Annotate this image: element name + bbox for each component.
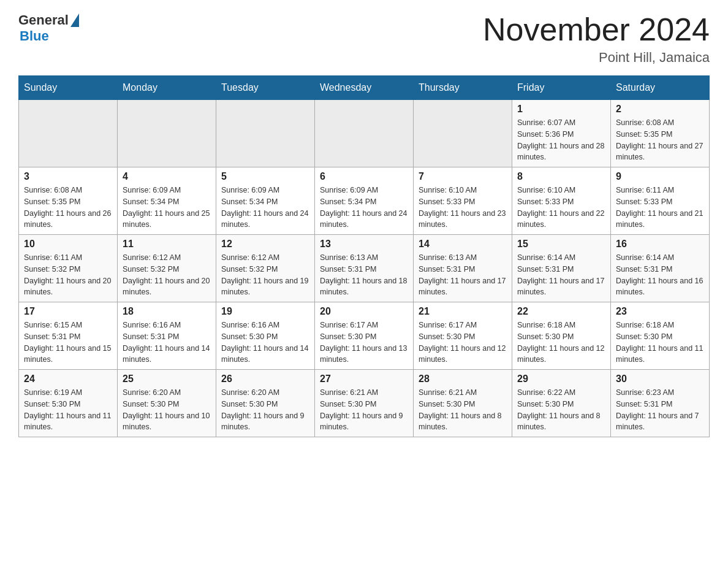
- day-number: 5: [221, 171, 309, 182]
- calendar-week-row: 1Sunrise: 6:07 AM Sunset: 5:36 PM Daylig…: [19, 100, 710, 167]
- day-info: Sunrise: 6:20 AM Sunset: 5:30 PM Dayligh…: [221, 387, 309, 433]
- calendar-day-cell: 2Sunrise: 6:08 AM Sunset: 5:35 PM Daylig…: [611, 100, 710, 167]
- day-info: Sunrise: 6:19 AM Sunset: 5:30 PM Dayligh…: [24, 387, 112, 433]
- calendar-header-row: SundayMondayTuesdayWednesdayThursdayFrid…: [19, 76, 710, 100]
- day-number: 7: [419, 171, 507, 182]
- day-of-week-header: Monday: [118, 76, 216, 100]
- calendar-day-cell: 28Sunrise: 6:21 AM Sunset: 5:30 PM Dayli…: [414, 370, 512, 437]
- calendar-day-cell: 17Sunrise: 6:15 AM Sunset: 5:31 PM Dayli…: [19, 302, 118, 370]
- day-info: Sunrise: 6:07 AM Sunset: 5:36 PM Dayligh…: [517, 117, 605, 163]
- calendar-week-row: 17Sunrise: 6:15 AM Sunset: 5:31 PM Dayli…: [19, 302, 710, 370]
- title-block: November 2024 Point Hill, Jamaica: [483, 12, 710, 66]
- logo-blue-text: Blue: [20, 28, 49, 44]
- day-number: 26: [221, 373, 309, 385]
- calendar-day-cell: 6Sunrise: 6:09 AM Sunset: 5:34 PM Daylig…: [315, 167, 414, 235]
- day-number: 2: [616, 104, 704, 115]
- logo-triangle-icon: [70, 13, 79, 27]
- day-info: Sunrise: 6:17 AM Sunset: 5:30 PM Dayligh…: [419, 320, 507, 366]
- calendar-table: SundayMondayTuesdayWednesdayThursdayFrid…: [18, 75, 710, 437]
- day-number: 12: [221, 239, 309, 250]
- calendar-day-cell: [118, 100, 216, 167]
- day-info: Sunrise: 6:09 AM Sunset: 5:34 PM Dayligh…: [221, 185, 309, 231]
- day-info: Sunrise: 6:23 AM Sunset: 5:31 PM Dayligh…: [616, 387, 704, 433]
- calendar-day-cell: 12Sunrise: 6:12 AM Sunset: 5:32 PM Dayli…: [216, 235, 315, 302]
- calendar-day-cell: 16Sunrise: 6:14 AM Sunset: 5:31 PM Dayli…: [611, 235, 710, 302]
- day-info: Sunrise: 6:08 AM Sunset: 5:35 PM Dayligh…: [616, 117, 704, 163]
- day-number: 20: [320, 306, 408, 317]
- day-info: Sunrise: 6:11 AM Sunset: 5:33 PM Dayligh…: [616, 185, 704, 231]
- calendar-day-cell: 25Sunrise: 6:20 AM Sunset: 5:30 PM Dayli…: [118, 370, 216, 437]
- day-number: 1: [517, 104, 605, 115]
- day-number: 27: [320, 373, 408, 385]
- page-header: General Blue November 2024 Point Hill, J…: [18, 12, 710, 66]
- calendar-subtitle: Point Hill, Jamaica: [483, 50, 710, 66]
- day-number: 19: [221, 306, 309, 317]
- calendar-day-cell: [315, 100, 414, 167]
- day-number: 25: [123, 373, 211, 385]
- day-info: Sunrise: 6:10 AM Sunset: 5:33 PM Dayligh…: [419, 185, 507, 231]
- calendar-day-cell: 18Sunrise: 6:16 AM Sunset: 5:31 PM Dayli…: [118, 302, 216, 370]
- calendar-day-cell: 8Sunrise: 6:10 AM Sunset: 5:33 PM Daylig…: [512, 167, 611, 235]
- calendar-day-cell: 29Sunrise: 6:22 AM Sunset: 5:30 PM Dayli…: [512, 370, 611, 437]
- day-info: Sunrise: 6:12 AM Sunset: 5:32 PM Dayligh…: [221, 252, 309, 298]
- calendar-day-cell: 22Sunrise: 6:18 AM Sunset: 5:30 PM Dayli…: [512, 302, 611, 370]
- calendar-day-cell: [19, 100, 118, 167]
- day-number: 10: [24, 239, 112, 250]
- day-number: 18: [123, 306, 211, 317]
- day-info: Sunrise: 6:17 AM Sunset: 5:30 PM Dayligh…: [320, 320, 408, 366]
- calendar-week-row: 24Sunrise: 6:19 AM Sunset: 5:30 PM Dayli…: [19, 370, 710, 437]
- day-info: Sunrise: 6:22 AM Sunset: 5:30 PM Dayligh…: [517, 387, 605, 433]
- day-number: 24: [24, 373, 112, 385]
- day-number: 22: [517, 306, 605, 317]
- day-of-week-header: Thursday: [414, 76, 512, 100]
- day-number: 13: [320, 239, 408, 250]
- day-number: 14: [419, 239, 507, 250]
- calendar-day-cell: 1Sunrise: 6:07 AM Sunset: 5:36 PM Daylig…: [512, 100, 611, 167]
- day-info: Sunrise: 6:09 AM Sunset: 5:34 PM Dayligh…: [320, 185, 408, 231]
- calendar-day-cell: [414, 100, 512, 167]
- day-info: Sunrise: 6:09 AM Sunset: 5:34 PM Dayligh…: [123, 185, 211, 231]
- calendar-day-cell: 3Sunrise: 6:08 AM Sunset: 5:35 PM Daylig…: [19, 167, 118, 235]
- day-number: 11: [123, 239, 211, 250]
- calendar-day-cell: 13Sunrise: 6:13 AM Sunset: 5:31 PM Dayli…: [315, 235, 414, 302]
- calendar-day-cell: [216, 100, 315, 167]
- day-of-week-header: Saturday: [611, 76, 710, 100]
- calendar-title: November 2024: [483, 12, 710, 47]
- calendar-day-cell: 14Sunrise: 6:13 AM Sunset: 5:31 PM Dayli…: [414, 235, 512, 302]
- day-of-week-header: Wednesday: [315, 76, 414, 100]
- calendar-day-cell: 20Sunrise: 6:17 AM Sunset: 5:30 PM Dayli…: [315, 302, 414, 370]
- day-info: Sunrise: 6:14 AM Sunset: 5:31 PM Dayligh…: [517, 252, 605, 298]
- day-number: 29: [517, 373, 605, 385]
- calendar-day-cell: 7Sunrise: 6:10 AM Sunset: 5:33 PM Daylig…: [414, 167, 512, 235]
- calendar-day-cell: 15Sunrise: 6:14 AM Sunset: 5:31 PM Dayli…: [512, 235, 611, 302]
- day-info: Sunrise: 6:16 AM Sunset: 5:30 PM Dayligh…: [221, 320, 309, 366]
- day-number: 23: [616, 306, 704, 317]
- day-info: Sunrise: 6:11 AM Sunset: 5:32 PM Dayligh…: [24, 252, 112, 298]
- day-of-week-header: Friday: [512, 76, 611, 100]
- day-number: 30: [616, 373, 704, 385]
- logo-general-text: General: [18, 12, 69, 28]
- calendar-day-cell: 5Sunrise: 6:09 AM Sunset: 5:34 PM Daylig…: [216, 167, 315, 235]
- calendar-day-cell: 23Sunrise: 6:18 AM Sunset: 5:30 PM Dayli…: [611, 302, 710, 370]
- calendar-day-cell: 4Sunrise: 6:09 AM Sunset: 5:34 PM Daylig…: [118, 167, 216, 235]
- day-of-week-header: Sunday: [19, 76, 118, 100]
- calendar-day-cell: 10Sunrise: 6:11 AM Sunset: 5:32 PM Dayli…: [19, 235, 118, 302]
- calendar-day-cell: 19Sunrise: 6:16 AM Sunset: 5:30 PM Dayli…: [216, 302, 315, 370]
- calendar-day-cell: 24Sunrise: 6:19 AM Sunset: 5:30 PM Dayli…: [19, 370, 118, 437]
- day-of-week-header: Tuesday: [216, 76, 315, 100]
- day-info: Sunrise: 6:21 AM Sunset: 5:30 PM Dayligh…: [320, 387, 408, 433]
- calendar-day-cell: 21Sunrise: 6:17 AM Sunset: 5:30 PM Dayli…: [414, 302, 512, 370]
- day-info: Sunrise: 6:14 AM Sunset: 5:31 PM Dayligh…: [616, 252, 704, 298]
- day-number: 15: [517, 239, 605, 250]
- calendar-day-cell: 30Sunrise: 6:23 AM Sunset: 5:31 PM Dayli…: [611, 370, 710, 437]
- day-info: Sunrise: 6:15 AM Sunset: 5:31 PM Dayligh…: [24, 320, 112, 366]
- calendar-day-cell: 26Sunrise: 6:20 AM Sunset: 5:30 PM Dayli…: [216, 370, 315, 437]
- calendar-week-row: 3Sunrise: 6:08 AM Sunset: 5:35 PM Daylig…: [19, 167, 710, 235]
- day-number: 28: [419, 373, 507, 385]
- calendar-week-row: 10Sunrise: 6:11 AM Sunset: 5:32 PM Dayli…: [19, 235, 710, 302]
- day-info: Sunrise: 6:13 AM Sunset: 5:31 PM Dayligh…: [320, 252, 408, 298]
- day-info: Sunrise: 6:13 AM Sunset: 5:31 PM Dayligh…: [419, 252, 507, 298]
- calendar-day-cell: 9Sunrise: 6:11 AM Sunset: 5:33 PM Daylig…: [611, 167, 710, 235]
- day-info: Sunrise: 6:08 AM Sunset: 5:35 PM Dayligh…: [24, 185, 112, 231]
- day-number: 21: [419, 306, 507, 317]
